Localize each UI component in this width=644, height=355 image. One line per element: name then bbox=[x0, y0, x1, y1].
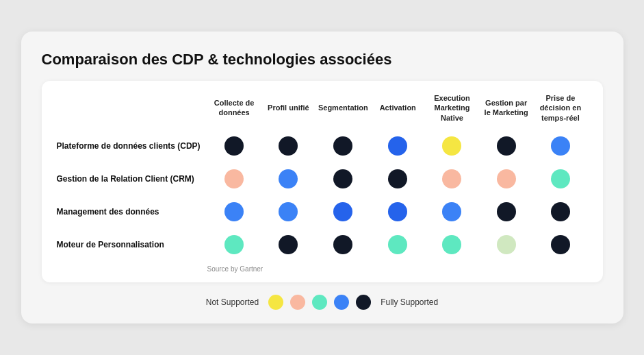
col-header-1: Collecte de données bbox=[207, 98, 261, 125]
dot-3-2 bbox=[333, 235, 352, 254]
row-label-1: Gestion de la Relation Client (CRM) bbox=[57, 167, 207, 192]
dot-2-0 bbox=[224, 202, 244, 221]
dot-1-0 bbox=[224, 169, 244, 188]
dot-2-6 bbox=[551, 202, 570, 221]
row-label-3: Moteur de Personnalisation bbox=[57, 232, 207, 258]
cell-1-0 bbox=[207, 162, 261, 195]
cell-0-4 bbox=[425, 130, 479, 162]
cell-1-5 bbox=[479, 162, 533, 195]
col-header-7: Prise de décision en temps-réel bbox=[533, 93, 587, 130]
col-header-0 bbox=[57, 108, 207, 114]
dot-1-1 bbox=[279, 169, 298, 188]
dot-1-5 bbox=[497, 169, 516, 188]
dot-0-3 bbox=[388, 136, 407, 156]
legend-fully-supported: Fully Supported bbox=[381, 297, 438, 307]
cell-1-4 bbox=[425, 162, 479, 195]
legend-not-supported: Not Supported bbox=[206, 297, 259, 307]
cell-3-2 bbox=[315, 228, 371, 261]
dot-3-1 bbox=[279, 235, 298, 254]
legend-dot-4 bbox=[356, 295, 371, 310]
col-header-5: Execution Marketing Native bbox=[425, 93, 479, 130]
cell-0-0 bbox=[207, 130, 261, 162]
cell-0-3 bbox=[371, 130, 425, 162]
dot-0-5 bbox=[497, 136, 516, 156]
cell-3-3 bbox=[371, 228, 425, 261]
col-header-4: Activation bbox=[371, 103, 425, 119]
col-header-2: Profil unifié bbox=[261, 103, 315, 119]
dot-0-4 bbox=[442, 136, 461, 156]
dot-3-6 bbox=[551, 235, 570, 254]
cell-1-6 bbox=[533, 162, 587, 195]
dot-2-5 bbox=[497, 202, 516, 221]
cell-0-2 bbox=[315, 130, 371, 162]
dot-0-0 bbox=[224, 136, 244, 156]
row-label-0: Plateforme de données clients (CDP) bbox=[57, 134, 207, 159]
dot-2-1 bbox=[279, 202, 298, 221]
cell-1-3 bbox=[371, 162, 425, 195]
cell-1-1 bbox=[261, 162, 315, 195]
col-header-6: Gestion par le Marketing bbox=[479, 98, 533, 125]
cell-0-5 bbox=[479, 130, 533, 162]
comparison-card: Collecte de donnéesProfil unifiéSegmenta… bbox=[42, 81, 603, 282]
row-label-2: Management des données bbox=[57, 199, 207, 225]
dot-3-3 bbox=[388, 235, 407, 254]
cell-2-6 bbox=[533, 195, 587, 228]
dot-0-1 bbox=[279, 136, 298, 156]
legend-dot-2 bbox=[312, 295, 327, 310]
dot-1-3 bbox=[388, 169, 407, 188]
dot-3-5 bbox=[497, 235, 516, 254]
cell-0-1 bbox=[261, 130, 315, 162]
cell-0-6 bbox=[533, 130, 587, 162]
dot-0-2 bbox=[333, 136, 352, 156]
cell-3-4 bbox=[425, 228, 479, 261]
cell-1-2 bbox=[315, 162, 371, 195]
dot-0-6 bbox=[551, 136, 570, 156]
legend: Not Supported Fully Supported bbox=[42, 295, 603, 310]
cell-3-6 bbox=[533, 228, 587, 261]
dot-2-2 bbox=[333, 202, 352, 221]
dot-1-2 bbox=[333, 169, 352, 188]
cell-2-3 bbox=[371, 195, 425, 228]
dot-2-3 bbox=[388, 202, 407, 221]
page-title: Comparaison des CDP & technologies assoc… bbox=[42, 51, 603, 69]
cell-2-0 bbox=[207, 195, 261, 228]
cell-3-5 bbox=[479, 228, 533, 261]
cell-2-4 bbox=[425, 195, 479, 228]
cell-2-2 bbox=[315, 195, 371, 228]
legend-dot-1 bbox=[290, 295, 305, 310]
cell-2-5 bbox=[479, 195, 533, 228]
page-container: Comparaison des CDP & technologies assoc… bbox=[21, 32, 623, 323]
dot-3-0 bbox=[224, 235, 244, 254]
cell-2-1 bbox=[261, 195, 315, 228]
cell-3-0 bbox=[207, 228, 261, 261]
cell-3-1 bbox=[261, 228, 315, 261]
col-header-3: Segmentation bbox=[315, 103, 371, 119]
dot-1-6 bbox=[551, 169, 570, 188]
dot-2-4 bbox=[442, 202, 461, 221]
dot-1-4 bbox=[442, 169, 461, 188]
dot-3-4 bbox=[442, 235, 461, 254]
source-text: Source by Gartner bbox=[57, 265, 588, 273]
legend-dot-0 bbox=[268, 295, 283, 310]
legend-dot-3 bbox=[334, 295, 349, 310]
